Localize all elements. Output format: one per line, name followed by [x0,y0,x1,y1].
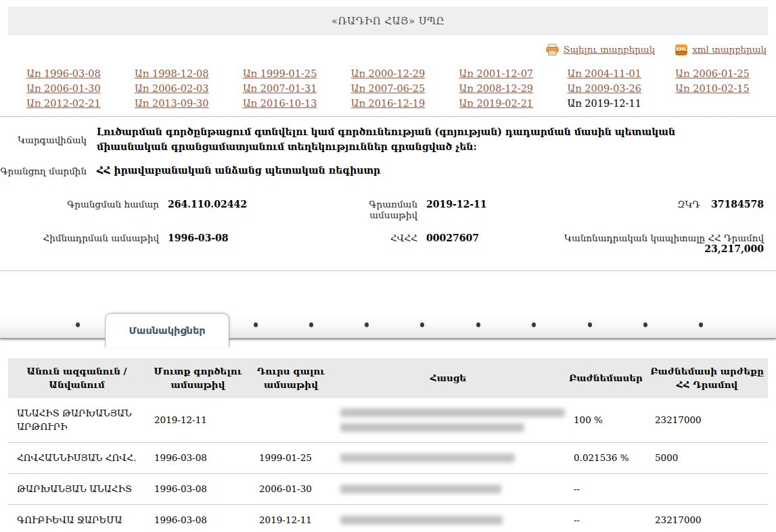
redacted-address [340,408,558,432]
snapshot-link[interactable]: Առ 2007-01-31 [243,81,317,96]
registrar-text: ՀՀ իրավաբանական անձանց պետական ռեգիստր [97,164,380,178]
toolbar: Տպելու տարբերակ XML xml տարբերակ [9,41,767,58]
page-title: «ՌԱԴԻՈ ՀԱՅ» ՍՊԸ [332,15,444,27]
xml-version-link[interactable]: XML xml տարբերակ [675,44,767,55]
record-date-label: Գրառման ամսաթիվ [325,199,417,220]
tab-dot[interactable] [532,322,536,327]
snapshot-link[interactable]: Առ 1996-03-08 [26,66,101,81]
entry-date: 1996-03-08 [145,474,250,505]
exit-date [250,398,332,443]
exit-date: 2006-01-30 [250,474,332,505]
printer-icon [546,44,559,55]
share-percent: 100 % [565,398,646,443]
snapshot-link[interactable]: Առ 2007-06-25 [351,81,426,96]
entry-date: 1996-03-08 [145,443,250,474]
col-header-shares: Բաժնեմասեր [565,358,646,398]
capital-value: 23,217,000 [696,243,764,254]
tab-strip: Մասնակիցներ [0,311,776,339]
print-version-label: Տպելու տարբերակ [564,44,656,55]
registration-number-value: 264.110.02442 [159,199,325,210]
tab-dot[interactable] [254,322,258,327]
table-row: ԱՆԱՀԻՏ ԹԱՐԽԱՆՅԱՆ ԱՐԹՈՒՐԻ 2019-12-11 100 … [8,398,768,443]
share-value: 23217000 [646,505,768,532]
snapshot-link[interactable]: Առ 2008-12-29 [459,81,534,96]
exit-date: 2019-12-11 [250,505,332,532]
capital-field: Կանոնադրական կապիտալը ՀՀ Դրամով 23,217,0… [499,233,764,254]
founded-date-value: 1996-03-08 [159,233,325,243]
capital-label: Կանոնադրական կապիտալը ՀՀ Դրամով [564,233,764,243]
tab-dot[interactable] [365,322,369,327]
participant-name: ԱՆԱՀԻՏ ԹԱՐԽԱՆՅԱՆ ԱՐԹՈՒՐԻ [8,398,145,443]
tab-dot[interactable] [309,322,313,327]
zkd-value: 37184578 [703,199,764,210]
snapshot-link[interactable]: Առ 2012-02-21 [26,96,101,111]
share-percent: -- [565,474,646,505]
col-header-share-value: Բաժնեմասի արժեքը ՀՀ Դրամով [646,358,768,398]
share-percent: -- [565,505,646,532]
status-row: Կարգավիճակ Լուծարման գործընթացում գտնվել… [0,125,776,154]
share-value: 23217000 [646,398,768,443]
snapshot-link[interactable]: Առ 2016-12-19 [351,96,426,111]
snapshot-link[interactable]: Առ 1999-01-25 [243,66,317,81]
redacted-address [340,454,558,462]
registrar-label: Գրանցող մարմին [0,165,87,177]
snapshot-link[interactable]: Առ 2006-01-30 [26,81,101,96]
founded-date-label: Հիմնադրման ամսաթիվ [8,233,159,243]
snapshot-link[interactable]: Առ 2010-02-15 [675,81,750,96]
table-row: ԳՈՒԲԻԵՎԱ ՋԱՐԵՄԱ 1996-03-08 2019-12-11 --… [8,505,768,532]
snapshot-link[interactable]: Առ 2006-01-25 [675,66,750,81]
redacted-address [340,516,558,525]
status-text: Լուծարման գործընթացում գտնվելու կամ գործ… [97,125,719,154]
registration-number-label: Գրանցման համար [8,199,159,210]
snapshot-link[interactable]: Առ 2009-03-26 [567,81,641,96]
record-date-value: 2019-12-11 [417,199,499,210]
status-label: Կարգավիճակ [0,134,87,146]
snapshot-link[interactable]: Առ 2004-11-01 [567,66,641,81]
registrar-row: Գրանցող մարմին ՀՀ իրավաբանական անձանց պե… [0,164,776,178]
address-cell [332,398,565,443]
snapshot-link[interactable]: Առ 2013-09-30 [135,96,209,111]
address-cell [332,474,565,505]
tab-dot[interactable] [420,322,424,327]
snapshot-current-date: Առ 2019-12-11 [567,96,641,111]
table-row: ՀՈՎՀԱՆՆԻՍՅԱՆ ՀՈՎՀ. 1996-03-08 1999-01-25… [8,443,768,474]
participant-name: ՀՈՎՀԱՆՆԻՍՅԱՆ ՀՈՎՀ. [8,443,145,474]
tab-participants[interactable]: Մասնակիցներ [105,313,229,347]
col-header-entry-date: Մուտք գործելու ամսաթիվ [145,358,250,398]
entry-date: 1996-03-08 [145,505,250,532]
col-header-name: Անուն ազգանուն / Անվանում [8,358,145,398]
snapshot-link[interactable]: Առ 2019-02-21 [459,96,534,111]
tab-dot[interactable] [76,322,80,327]
overview-section: Կարգավիճակ Լուծարման գործընթացում գտնվել… [0,125,776,178]
tin-label: ՀՎՀՀ [325,233,417,243]
tab-dot[interactable] [588,322,592,327]
snapshot-link[interactable]: Առ 2001-12-07 [459,66,534,81]
dotted-separator [0,270,776,271]
registration-details: Գրանցման համար 264.110.02442 Գրառման ամս… [8,199,764,254]
table-header-row: Անուն ազգանուն / Անվանում Մուտք գործելու… [8,358,768,398]
tab-dot[interactable] [699,322,703,327]
xml-version-label: xml տարբերակ [692,44,767,55]
snapshot-link[interactable]: Առ 1998-12-08 [135,66,209,81]
address-cell [332,505,565,532]
snapshot-link[interactable]: Առ 2000-12-29 [351,66,426,81]
snapshot-link[interactable]: Առ 2006-02-03 [135,81,209,96]
share-value [646,474,768,505]
zkd-label: ԶԿԴ [677,199,700,210]
col-header-address: Հասցե [332,358,565,398]
address-cell [332,443,565,474]
redacted-address [340,485,558,493]
zkd-field: ԶԿԴ 37184578 [499,199,764,210]
col-header-exit-date: Դուրս գալու ամսաթիվ [250,358,332,398]
table-row: ԹԱՐԽԱՆՅԱՆ ԱՆԱՀԻՏ 1996-03-08 2006-01-30 -… [8,474,768,505]
share-value: 5000 [646,443,768,474]
tab-dot[interactable] [643,322,647,327]
snapshot-link[interactable]: Առ 2016-10-13 [243,96,317,111]
participant-name: ԳՈՒԲԻԵՎԱ ՋԱՐԵՄԱ [8,505,145,532]
tab-dot[interactable] [476,322,480,327]
participant-name: ԹԱՐԽԱՆՅԱՆ ԱՆԱՀԻՏ [8,474,145,505]
tin-value: 00027607 [417,233,499,243]
print-version-link[interactable]: Տպելու տարբերակ [546,44,656,55]
exit-date: 1999-01-25 [250,443,332,474]
tab-participants-label: Մասնակիցներ [129,325,205,336]
